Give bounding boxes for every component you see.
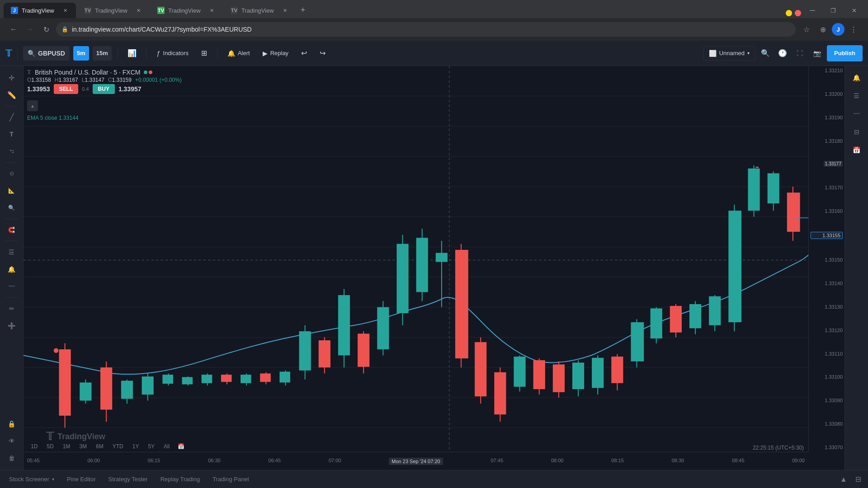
tf-6m[interactable]: 6M [92, 442, 107, 451]
screenshot-btn[interactable]: 📷 [810, 46, 824, 61]
calendar-btn[interactable]: 📅 [175, 442, 187, 451]
replay-label: Replay [270, 50, 288, 56]
address-bar[interactable]: 🔒 in.tradingview.com/chart/CACWu27J/?sym… [56, 22, 796, 37]
pattern-tool-btn[interactable]: ⊙ [4, 165, 20, 182]
delete-drawings-btn[interactable]: 🗑 [4, 450, 20, 466]
win-restore[interactable]: ❐ [823, 3, 844, 18]
refresh-button[interactable]: ↻ [40, 23, 52, 36]
tab-label-3: TradingView [168, 7, 201, 14]
replay-btn[interactable]: ▶ Replay [258, 46, 293, 61]
interval-5m-btn[interactable]: 5m [73, 46, 89, 61]
tf-all[interactable]: All [160, 442, 173, 451]
price-8: 1.33150 [811, 257, 843, 263]
browser-tab-3[interactable]: TV TradingView ✕ [150, 3, 222, 18]
trading-panel-tab[interactable]: Trading Panel [207, 472, 254, 487]
back-button[interactable]: ← [7, 23, 20, 36]
tab-favicon-4: TV [231, 7, 238, 14]
spread-value: 0.4 [82, 86, 89, 92]
tool-sep-4 [5, 241, 18, 241]
unnamed-btn[interactable]: ⬜ Unnamed ▾ [703, 46, 755, 61]
profile-button[interactable]: J [832, 23, 844, 36]
minimize-button[interactable] [786, 10, 792, 16]
magnet-tool-btn[interactable]: 🧲 [4, 222, 20, 238]
settings-button[interactable]: ⋮ [846, 22, 861, 37]
indicators-btn[interactable]: ƒ Indicators [152, 46, 193, 61]
symbol-dots [144, 70, 152, 74]
tab-close-4[interactable]: ✕ [281, 7, 288, 14]
forward-button[interactable]: → [24, 23, 36, 36]
tf-1y[interactable]: 1Y [129, 442, 143, 451]
tab-close-3[interactable]: ✕ [208, 7, 215, 14]
add-indicator-btn[interactable]: ➕ [4, 318, 20, 334]
sell-button[interactable]: SELL [54, 84, 79, 94]
tf-5y[interactable]: 5Y [144, 442, 158, 451]
hotlist-btn[interactable]: ⊟ [849, 124, 865, 140]
tf-1d[interactable]: 1D [27, 442, 41, 451]
fibonacci-tool-btn[interactable]: ⥃ [4, 143, 20, 160]
watchlist-panel-btn[interactable]: ☰ [849, 88, 865, 104]
tf-5d[interactable]: 5D [43, 442, 57, 451]
bar-style-btn[interactable]: 📊 [123, 46, 141, 61]
change-label: +0.00001 (+0.00%) [135, 77, 182, 83]
interval-15m-btn[interactable]: 15m [93, 46, 112, 61]
extensions-button[interactable]: ⊕ [816, 22, 830, 37]
pine-editor-tab[interactable]: Pine Editor [61, 472, 101, 487]
tab-close-2[interactable]: ✕ [135, 7, 142, 14]
expand-bottom-btn[interactable]: ▲ [837, 473, 850, 486]
undo-btn[interactable]: ↩ [297, 46, 311, 61]
measure-tool-btn[interactable]: 📐 [4, 183, 20, 199]
publish-button[interactable]: Publish [827, 45, 863, 61]
tf-1m[interactable]: 1M [59, 442, 74, 451]
tf-ytd[interactable]: YTD [109, 442, 127, 451]
strategy-tester-tab[interactable]: Strategy Tester [103, 472, 153, 487]
cursor-tool-btn[interactable]: ✛ [4, 70, 20, 86]
clock-btn[interactable]: 🕐 [775, 46, 790, 61]
win-close[interactable]: ✕ [844, 3, 864, 18]
time-label-0645: 06:45 [269, 458, 281, 465]
svg-rect-45 [358, 333, 369, 366]
tab-close-1[interactable]: ✕ [61, 7, 69, 14]
alert-btn[interactable]: 🔔 Alert [223, 46, 255, 61]
redo-btn[interactable]: ↪ [315, 46, 330, 61]
symbol-search-btn[interactable]: 🔍 GBPUSD [23, 46, 70, 61]
maximize-button[interactable] [795, 10, 801, 16]
data-window-btn[interactable]: 〰 [849, 106, 865, 122]
time-labels: 05:45 06:00 06:15 06:30 06:45 07:00 Mon … [24, 458, 808, 465]
replay-toolbar-btn[interactable]: 〰 [4, 278, 20, 295]
tab-favicon-2: TV [84, 7, 91, 14]
svg-rect-51 [416, 238, 428, 292]
fullscreen-btn[interactable]: ⛶ [793, 46, 807, 61]
tf-3m[interactable]: 3M [75, 442, 90, 451]
drawing-tools-btn[interactable]: ✏ [4, 300, 20, 317]
zoom-tool-btn[interactable]: 🔍 [4, 200, 20, 216]
header-divider-3 [146, 48, 147, 59]
new-tab-button[interactable]: + [297, 4, 309, 16]
calendar-panel-btn[interactable]: 📅 [849, 142, 865, 158]
collapse-panel-btn[interactable]: ▲ [27, 100, 38, 111]
chart-canvas[interactable] [24, 66, 822, 452]
alerts-panel-btn[interactable]: 🔔 [4, 261, 20, 277]
templates-btn[interactable]: ⊞ [197, 46, 212, 61]
text-tool-btn[interactable]: T [4, 126, 20, 142]
alert-list-btn[interactable]: 🔔 [849, 70, 865, 86]
tv-search-btn[interactable]: 🔍 [758, 46, 773, 61]
lock-drawings-btn[interactable]: 🔒 [4, 416, 20, 432]
trendline-tool-btn[interactable]: ╱ [4, 109, 20, 125]
win-minimize[interactable]: ─ [802, 3, 823, 18]
replay-trading-tab[interactable]: Replay Trading [155, 472, 205, 487]
svg-rect-59 [494, 372, 506, 414]
restore-bottom-btn[interactable]: ⊟ [852, 473, 864, 486]
hide-drawings-btn[interactable]: 👁 [4, 433, 20, 449]
browser-tab-1[interactable]: J TradingView ✕ [4, 3, 76, 18]
bookmark-button[interactable]: ☆ [799, 22, 814, 37]
draw-tool-btn[interactable]: ✏️ [4, 87, 20, 103]
buy-button[interactable]: BUY [93, 84, 115, 94]
browser-tab-2[interactable]: TV TradingView ✕ [77, 3, 149, 18]
layout-icon: ⬜ [709, 50, 717, 57]
browser-tab-4[interactable]: TV TradingView ✕ [223, 3, 296, 18]
stock-screener-tab[interactable]: Stock Screener ▾ [4, 472, 60, 487]
right-toolbar: 🔔 ☰ 〰 ⊟ 📅 [844, 66, 868, 470]
watchlist-btn[interactable]: ☰ [4, 244, 20, 260]
stock-screener-arrow: ▾ [52, 477, 54, 482]
bottom-icons: ▲ ⊟ [837, 473, 864, 486]
